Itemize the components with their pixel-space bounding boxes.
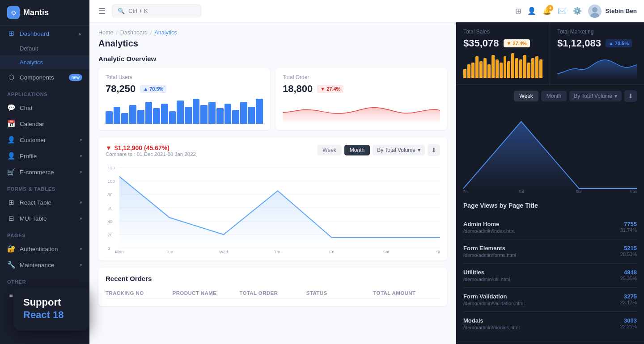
search-box[interactable]: 🔍 <box>112 4 201 17</box>
bar <box>153 108 160 124</box>
month-button[interactable]: Month <box>344 145 370 155</box>
col-status: STATUS <box>306 290 373 296</box>
components-icon: ⬡ <box>7 73 15 81</box>
week-button[interactable]: Week <box>317 145 341 155</box>
bar <box>511 53 514 78</box>
download-button[interactable]: ⬇ <box>428 144 440 156</box>
bar <box>169 111 176 124</box>
bar <box>248 107 255 124</box>
breadcrumb-dashboard[interactable]: Dashboard <box>120 29 148 36</box>
bar <box>114 107 121 124</box>
sidebar-item-customer[interactable]: 👤 Customer ▾ <box>0 132 89 148</box>
stat-badge-sales: ▼ 27.4% <box>504 39 530 47</box>
bar <box>527 63 530 78</box>
stat-label-sales: Total Sales <box>463 29 542 35</box>
sidebar-item-components[interactable]: ⬡ Components new <box>0 69 89 85</box>
income-left: ▼ $1,12,900 (45.67%) Compare to : 01 Dec… <box>106 144 196 162</box>
dark-chart-controls: Week Month By Total Volume ▾ ⬇ <box>463 85 637 104</box>
table-header: TRACKING NO PRODUCT NAME TOTAL ORDER STA… <box>106 288 440 299</box>
dark-income-chart: Week Month By Total Volume ▾ ⬇ <box>456 85 644 195</box>
settings-icon[interactable]: ⚙️ <box>573 7 582 15</box>
breadcrumb-home[interactable]: Home <box>98 29 113 36</box>
user-info[interactable]: Stebin Ben <box>588 4 637 18</box>
bar <box>507 61 510 79</box>
pv-pct-1: 28.53% <box>620 252 637 257</box>
stat-value-row-sales: $35,078 ▼ 27.4% <box>463 38 542 49</box>
stat-card-marketing: Total Marketing $1,12,083 ▲ 70.5% <box>550 22 644 85</box>
pv-count-4: 3003 <box>620 317 637 324</box>
dark-week-button[interactable]: Week <box>514 91 538 101</box>
pv-name-4: Modals <box>463 317 520 324</box>
customer-icon: 👤 <box>7 136 15 144</box>
content-area: Home / Dashboard / Analytics Analytics A… <box>89 22 644 344</box>
stat-value-orders: 18,800 <box>283 83 313 95</box>
bar <box>523 55 526 79</box>
maintenance-icon: 🔧 <box>7 261 15 269</box>
stat-badge-users: ▲ 70.5% <box>140 85 166 93</box>
bar <box>479 61 483 79</box>
messages-icon[interactable]: ✉️ <box>558 7 567 15</box>
dark-metrics-row: Total Sales $35,078 ▼ 27.4% Total Market… <box>456 22 644 85</box>
user-name: Stebin Ben <box>605 8 637 14</box>
dark-month-button[interactable]: Month <box>541 91 567 101</box>
bar <box>471 63 475 78</box>
svg-text:Sun: Sun <box>436 249 440 253</box>
sidebar-item-calendar[interactable]: 📅 Calendar <box>0 116 89 132</box>
income-value: ▼ $1,12,900 (45.67%) <box>106 144 196 151</box>
bar <box>106 111 113 124</box>
pv-item-3: Form Validation /demo/admin/validation.h… <box>463 288 637 312</box>
svg-text:0: 0 <box>107 246 110 250</box>
col-tracking: TRACKING NO <box>106 290 173 296</box>
svg-text:80: 80 <box>107 192 112 197</box>
volume-button[interactable]: By Total Volume ▾ <box>373 145 425 155</box>
svg-text:Tue: Tue <box>166 249 174 253</box>
bar <box>256 99 263 124</box>
stat-value-sales: $35,078 <box>463 38 499 49</box>
user-switch-icon[interactable]: 👤 <box>527 7 536 15</box>
sidebar-item-dashboard[interactable]: ⊞ Dashboard ▲ <box>0 25 89 42</box>
content-left: Home / Dashboard / Analytics Analytics A… <box>89 22 456 344</box>
stat-label-orders: Total Order <box>283 74 440 80</box>
income-compare: Compare to : 01 Dec 2021-08 Jan 2022 <box>106 151 196 157</box>
sidebar-item-react-table[interactable]: ⊞ React Table ▾ <box>0 194 89 210</box>
breadcrumb: Home / Dashboard / Analytics <box>98 29 447 36</box>
stat-value-row-users: 78,250 ▲ 70.5% <box>106 83 263 95</box>
bar <box>240 102 247 124</box>
sidebar-item-mui-table[interactable]: ⊟ MUI Table ▾ <box>0 210 89 227</box>
chevron-down-icon: ▾ <box>80 200 82 206</box>
sidebar-sub-default[interactable]: Default <box>0 42 89 55</box>
stat-value-row-marketing: $1,12,083 ▲ 70.5% <box>557 38 637 49</box>
bar <box>185 107 192 124</box>
notifications-icon[interactable]: 🔔 4 <box>542 7 551 15</box>
bar <box>539 59 542 78</box>
auth-icon: 🔐 <box>7 245 15 253</box>
bar-chart-sales <box>463 54 542 78</box>
sidebar-item-ecommerce[interactable]: 🛒 E-commerce ▾ <box>0 164 89 180</box>
dashboard-label: Dashboard <box>20 30 49 37</box>
apps-icon[interactable]: ⊞ <box>515 7 521 15</box>
bar <box>535 56 538 78</box>
stat-value-row-orders: 18,800 ▼ 27.4% <box>283 83 440 95</box>
bar <box>232 110 239 124</box>
menu-toggle-button[interactable]: ☰ <box>97 4 107 18</box>
bar <box>121 113 128 124</box>
sidebar-item-maintenance[interactable]: 🔧 Maintenance ▾ <box>0 257 89 273</box>
svg-text:Sat: Sat <box>383 249 390 253</box>
support-popup[interactable]: Support React 18 <box>13 287 89 331</box>
search-input[interactable] <box>128 8 186 14</box>
sidebar-item-chat[interactable]: 💬 Chat <box>0 100 89 116</box>
sidebar-item-authentication[interactable]: 🔐 Authentication ▾ <box>0 241 89 257</box>
stat-card-orders: Total Order 18,800 ▼ 27.4% <box>275 68 447 130</box>
sidebar-item-profile[interactable]: 👤 Profile ▾ <box>0 148 89 164</box>
pv-pct-3: 23.17% <box>620 300 637 305</box>
svg-point-1 <box>590 13 599 18</box>
bar <box>491 55 495 79</box>
dark-download-button[interactable]: ⬇ <box>624 90 637 102</box>
dark-volume-button[interactable]: By Total Volume ▾ <box>569 91 622 101</box>
app-name: Mantis <box>23 8 49 17</box>
table-icon: ⊞ <box>7 198 15 206</box>
arrow-down-icon: ▼ <box>320 86 325 92</box>
pv-name-3: Form Validation <box>463 293 525 300</box>
logo[interactable]: ◇ Mantis <box>0 0 89 25</box>
sidebar-sub-analytics[interactable]: Analytics <box>0 55 89 69</box>
